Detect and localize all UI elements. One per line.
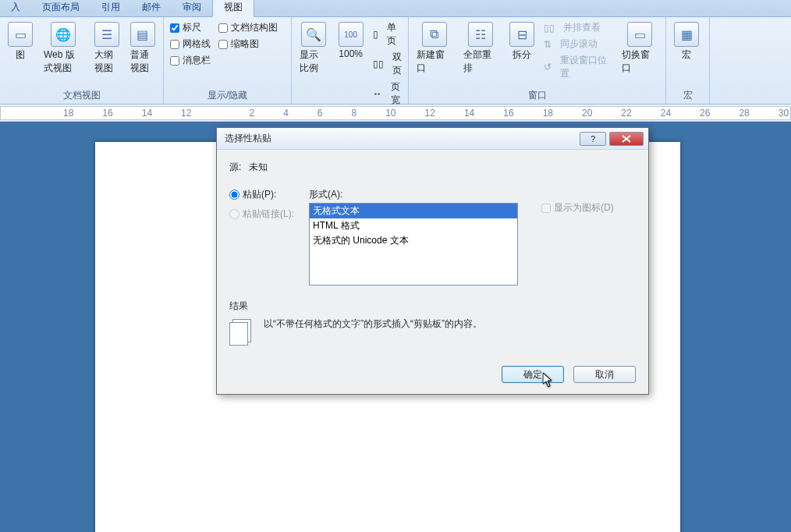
tab-references[interactable]: 引用 [90,0,131,16]
split-icon: ⊟ [509,22,534,47]
btn-weblayout[interactable]: 🌐 Web 版式视图 [41,20,87,76]
tab-view[interactable]: 视图 [212,0,254,17]
resetpos-icon: ↺ [544,62,552,73]
onepage-icon: ▯ [373,29,378,40]
btn-sidebyside-label: 并排查看 [563,21,601,34]
ruler-tick: 24 [661,108,671,119]
chk-showicon: 显示为图标(D) [540,200,615,215]
ruler-tick: 14 [464,108,474,119]
btn-arrangeall-label: 全部重排 [463,48,499,75]
result-text: 以“不带任何格式的文字”的形式插入“剪贴板”的内容。 [264,317,482,331]
ruler-tick: 8 [352,108,357,119]
chk-ruler-label: 标尺 [183,21,201,34]
cancel-button[interactable]: 取消 [573,366,636,383]
chk-showicon-label: 显示为图标(D) [554,201,614,215]
result-label: 结果 [229,300,636,313]
btn-reading-crop[interactable]: ▭ 图 [5,20,36,63]
btn-reading-label: 图 [16,48,25,62]
btn-newwindow-label: 新建窗口 [417,48,452,75]
zoom-icon: 🔍 [301,22,326,47]
btn-split[interactable]: ⊟ 拆分 [506,20,537,63]
help-button[interactable]: ? [580,132,606,146]
btn-twopage[interactable]: ▯▯ 双页 [371,50,403,78]
radio-paste[interactable]: 粘贴(P): [229,188,304,201]
btn-macros[interactable]: ▦ 宏 [671,20,702,63]
btn-pagewidth-label: 页宽 [391,80,402,107]
ruler-tick: 6 [317,108,323,119]
btn-sidebyside: ▯▯ 并排查看 [542,20,614,35]
format-item-html[interactable]: HTML 格式 [310,218,517,233]
dialog-titlebar[interactable]: 选择性粘贴 ? [217,128,648,150]
btn-draft-label: 普通视图 [130,48,155,75]
radio-pastelink: 粘贴链接(L): [229,207,304,221]
tab-review[interactable]: 审阅 [172,0,212,16]
btn-100pct[interactable]: 100 100% [335,20,367,61]
ruler-tick: 12 [181,108,191,119]
ruler-tick: 18 [543,108,553,119]
source-value: 未知 [249,161,268,172]
btn-syncscroll-label: 同步滚动 [560,37,598,51]
source-label: 源: [229,161,241,172]
paste-special-dialog: 选择性粘贴 ? 源: 未知 粘贴(P): 粘贴链接(L): [216,127,649,395]
group-showhide-label: 显示/隐藏 [168,87,286,104]
macros-icon: ▦ [674,22,699,47]
syncscroll-icon: ⇅ [544,39,552,50]
dialog-title: 选择性粘贴 [225,132,271,145]
ruler-tick: 10 [385,108,396,119]
draft-icon: ▤ [130,22,155,47]
sidebyside-icon: ▯▯ [544,23,555,34]
format-item-unicode[interactable]: 无格式的 Unicode 文本 [310,233,517,248]
btn-arrangeall[interactable]: ☷ 全部重排 [460,20,502,76]
ruler-tick: 28 [739,108,749,119]
chk-thumbnails-label: 缩略图 [231,37,259,51]
btn-outline[interactable]: ☰ 大纲视图 [91,20,122,76]
btn-switchwindow-label: 切换窗口 [622,48,658,75]
format-listbox[interactable]: 无格式文本 HTML 格式 无格式的 Unicode 文本 [309,203,518,286]
btn-switchwindow[interactable]: ▭ 切换窗口 [619,20,661,76]
ruler-tick: 16 [503,108,513,119]
btn-outline-label: 大纲视图 [94,48,119,75]
chk-gridlines[interactable]: 网格线 [168,37,212,51]
ruler-tick: 20 [582,108,592,119]
pagewidth-icon: ↔ [373,88,382,99]
ruler-tick: 16 [102,108,112,119]
btn-syncscroll: ⇅ 同步滚动 [542,37,614,51]
chk-messagebar[interactable]: 消息栏 [168,53,212,68]
btn-newwindow[interactable]: ⧉ 新建窗口 [413,20,456,76]
tab-insert-crop[interactable]: 入 [0,0,31,16]
btn-weblayout-label: Web 版式视图 [44,48,83,75]
btn-draft[interactable]: ▤ 普通视图 [127,20,158,76]
chk-gridlines-label: 网格线 [183,37,211,51]
ribbon: ▭ 图 🌐 Web 版式视图 ☰ 大纲视图 ▤ 普通视图 文档视图 标尺 网格线 [0,17,791,105]
group-window-label: 窗口 [413,87,661,104]
chk-docmap-label: 文档结构图 [231,21,278,34]
close-button[interactable] [609,132,644,146]
format-item-plain[interactable]: 无格式文本 [310,204,517,218]
chk-docmap[interactable]: 文档结构图 [217,20,279,35]
switchwindow-icon: ▭ [627,22,652,47]
reading-icon: ▭ [8,22,33,47]
btn-zoom[interactable]: 🔍 显示比例 [296,20,331,76]
twopage-icon: ▯▯ [373,59,384,69]
web-icon: 🌐 [51,22,76,47]
chk-ruler[interactable]: 标尺 [168,20,212,35]
btn-onepage[interactable]: ▯ 单页 [371,20,403,48]
btn-pagewidth[interactable]: ↔ 页宽 [371,80,403,108]
btn-twopage-label: 双页 [392,51,402,77]
btn-resetpos: ↺ 重设窗口位置 [542,53,614,81]
ruler-tick: 14 [142,108,152,119]
chk-thumbnails[interactable]: 缩略图 [217,37,279,51]
ruler-tick: 18 [63,108,73,119]
ruler-tick: 22 [621,108,631,119]
btn-resetpos-label: 重设窗口位置 [560,54,612,80]
chk-messagebar-label: 消息栏 [183,54,211,67]
ruler-tick: 4 [283,108,289,119]
btn-zoom-label: 显示比例 [300,48,328,75]
ok-button[interactable]: 确定 [502,366,564,383]
ruler-tick: 2 [249,108,254,119]
group-docviews-label: 文档视图 [5,87,158,104]
horizontal-ruler[interactable]: 18 16 14 12 2 4 6 8 10 12 14 16 18 20 22… [0,105,791,122]
ruler-tick: 30 [779,108,789,119]
tab-mailings[interactable]: 邮件 [131,0,172,16]
tab-pagelayout[interactable]: 页面布局 [31,0,90,16]
